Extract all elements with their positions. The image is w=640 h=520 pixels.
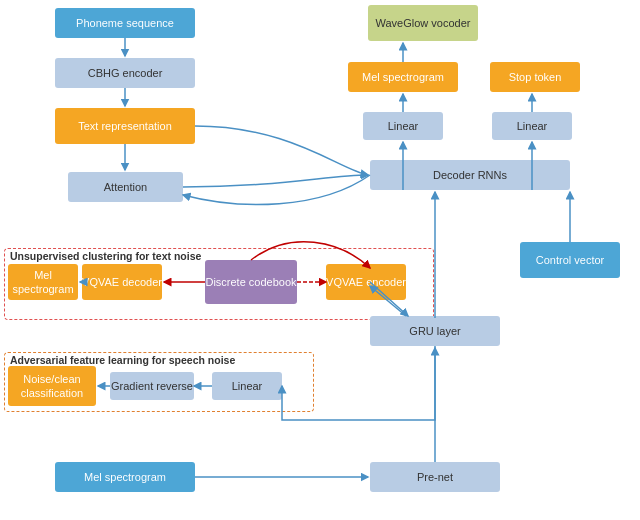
vqvae-encoder-box: VQVAE encoder bbox=[326, 264, 406, 300]
architecture-diagram: Unsupervised clustering for text noise A… bbox=[0, 0, 640, 520]
linear-right-box: Linear bbox=[492, 112, 572, 140]
mel-spectrogram-noise-box: Mel spectrogram bbox=[8, 264, 78, 300]
gradient-reverse-box: Gradient reverse bbox=[110, 372, 194, 400]
discrete-codebook-box: Discrete codebook bbox=[205, 260, 297, 304]
mel-spectrogram-bottom-box: Mel spectrogram bbox=[55, 462, 195, 492]
stop-token-box: Stop token bbox=[490, 62, 580, 92]
prenet-box: Pre-net bbox=[370, 462, 500, 492]
adversarial-label: Adversarial feature learning for speech … bbox=[10, 354, 235, 366]
text-representation-box: Text representation bbox=[55, 108, 195, 144]
mel-spectrogram-top-box: Mel spectrogram bbox=[348, 62, 458, 92]
waveglow-box: WaveGlow vocoder bbox=[368, 5, 478, 41]
cbhg-encoder-box: CBHG encoder bbox=[55, 58, 195, 88]
vqvae-decoder-box: VQVAE decoder bbox=[82, 264, 162, 300]
control-vector-box: Control vector bbox=[520, 242, 620, 278]
decoder-rnn-box: Decoder RNNs bbox=[370, 160, 570, 190]
gru-layer-box: GRU layer bbox=[370, 316, 500, 346]
attention-box: Attention bbox=[68, 172, 183, 202]
linear-bottom-box: Linear bbox=[212, 372, 282, 400]
unsupervised-label: Unsupervised clustering for text noise bbox=[10, 250, 201, 262]
phoneme-sequence-box: Phoneme sequence bbox=[55, 8, 195, 38]
linear-left-box: Linear bbox=[363, 112, 443, 140]
noise-clean-box: Noise/clean classification bbox=[8, 366, 96, 406]
